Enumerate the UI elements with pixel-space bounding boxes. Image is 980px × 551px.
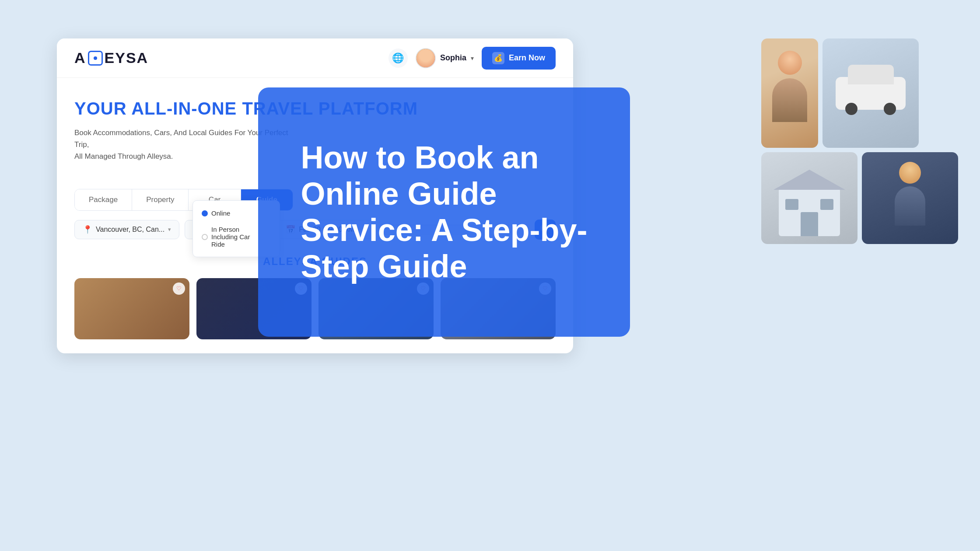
chevron-down-icon: ▾ <box>471 55 474 62</box>
logo-icon-box <box>88 51 103 66</box>
house-roof <box>774 170 845 190</box>
earn-icon: 💰 <box>492 52 504 64</box>
tab-package[interactable]: Package <box>75 189 132 210</box>
service-inperson-label: In PersonIncluding CarRide <box>211 226 250 248</box>
collage-house-image <box>761 152 858 244</box>
earn-now-label: Earn Now <box>509 53 545 63</box>
overlay-title-line3: Service: A Step-by- <box>301 213 588 248</box>
earn-now-button[interactable]: 💰 Earn Now <box>482 47 556 70</box>
globe-button[interactable]: 🌐 <box>388 49 408 68</box>
overlay-panel: How to Book an Online Guide Service: A S… <box>258 87 630 337</box>
portrait-head <box>778 51 802 75</box>
collage-bottom-row <box>761 152 958 244</box>
car-wheel-right <box>884 103 896 115</box>
location-chevron-icon: ▾ <box>168 226 171 233</box>
person2-head <box>899 162 921 184</box>
location-icon: 📍 <box>83 225 92 234</box>
car-wheel-left <box>845 103 858 115</box>
car-cabin <box>848 65 894 84</box>
nav-right: 🌐 Sophia ▾ 💰 Earn Now <box>388 47 556 70</box>
globe-icon: 🌐 <box>392 52 404 64</box>
logo-text-rest: EYSA <box>105 49 149 66</box>
collage-person2-image <box>862 152 958 244</box>
user-section[interactable]: Sophia ▾ <box>416 48 474 68</box>
overlay-title-line4: Step Guide <box>301 249 467 284</box>
collage-portrait-image <box>761 38 818 148</box>
overlay-title-line2: Online Guide <box>301 176 497 211</box>
logo-icon-dot <box>93 56 98 61</box>
hero-subtitle-line1: Book Accommodations, Cars, And Local Gui… <box>74 129 288 149</box>
service-online-label: Online <box>211 209 230 217</box>
house-door <box>801 212 818 236</box>
right-collage <box>761 38 958 244</box>
logo: A EYSA <box>74 49 148 66</box>
navbar: A EYSA 🌐 Sophia ▾ 💰 Earn Now <box>57 38 573 78</box>
person2-body <box>895 186 925 226</box>
tab-property[interactable]: Property <box>132 189 189 210</box>
avatar <box>416 48 436 68</box>
collage-top-row <box>761 38 958 148</box>
collage-car-image <box>822 38 919 148</box>
location-value: Vancouver, BC, Can... <box>96 226 164 234</box>
car-body <box>836 77 906 110</box>
logo-text-a: A <box>74 49 86 66</box>
house-window-right <box>820 199 833 210</box>
guide-card-1[interactable]: ♡ <box>74 278 189 339</box>
radio-inperson-icon <box>202 234 208 240</box>
radio-online-icon <box>202 210 208 216</box>
hero-subtitle-line2: All Managed Through Alleysa. <box>74 152 173 160</box>
heart-icon-1[interactable]: ♡ <box>173 282 185 295</box>
house-walls <box>779 188 840 236</box>
overlay-title-line1: How to Book an <box>301 140 539 175</box>
user-name: Sophia <box>440 53 466 63</box>
overlay-title: How to Book an Online Guide Service: A S… <box>301 139 588 284</box>
house-window-left <box>785 199 798 210</box>
portrait-body <box>772 78 807 122</box>
location-field[interactable]: 📍 Vancouver, BC, Can... ▾ <box>74 220 179 239</box>
